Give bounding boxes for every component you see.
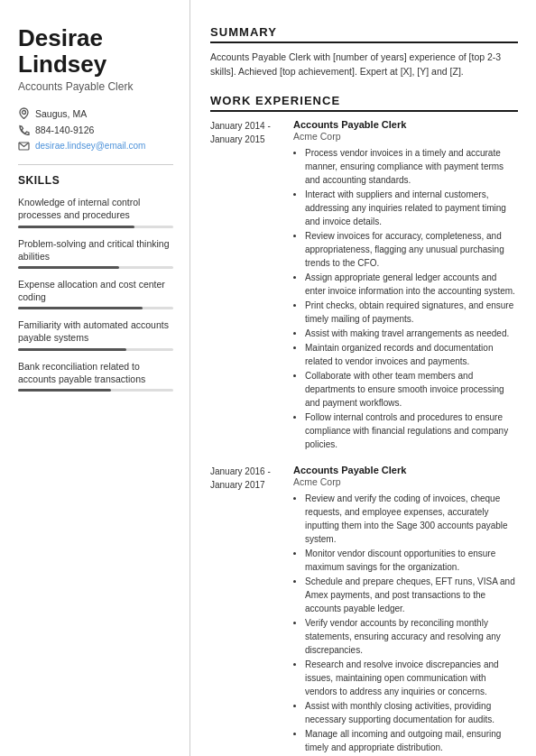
bullet-2-7: Manage all incoming and outgoing mail, e… xyxy=(305,727,518,754)
skill-text-1: Knowledge of internal control processes … xyxy=(18,196,173,221)
skill-item-5: Bank reconciliation related to accounts … xyxy=(18,360,173,392)
skill-text-5: Bank reconciliation related to accounts … xyxy=(18,360,173,385)
work-details-1: Accounts Payable Clerk Acme Corp Process… xyxy=(293,119,518,452)
work-company-2: Acme Corp xyxy=(293,476,518,487)
bullet-2-6: Assist with monthly closing activities, … xyxy=(305,699,518,726)
bullet-1-1: Process vendor invoices in a timely and … xyxy=(305,146,518,187)
skills-section-title: SKILLS xyxy=(18,174,173,187)
bullet-1-8: Collaborate with other team members and … xyxy=(305,369,518,410)
skill-bar-bg-3 xyxy=(18,307,173,309)
skill-item-3: Expense allocation and cost center codin… xyxy=(18,278,173,309)
skill-bar-fill-1 xyxy=(18,226,134,228)
bullet-2-2: Monitor vendor discount opportunities to… xyxy=(305,547,518,574)
divider-skills xyxy=(18,164,173,165)
location-text: Saugus, MA xyxy=(35,108,87,119)
work-entry-2: January 2016 - January 2017 Accounts Pay… xyxy=(210,465,518,757)
skill-bar-fill-4 xyxy=(18,348,126,351)
work-bullets-2: Review and verify the coding of invoices… xyxy=(293,492,518,757)
phone-text: 884-140-9126 xyxy=(35,124,94,135)
bullet-1-6: Assist with making travel arrangements a… xyxy=(305,327,518,340)
candidate-title: Accounts Payable Clerk xyxy=(18,80,173,93)
bullet-1-7: Maintain organized records and documenta… xyxy=(305,341,518,368)
bullet-2-5: Research and resolve invoice discrepanci… xyxy=(305,658,518,698)
work-date-2: January 2016 - January 2017 xyxy=(210,465,282,757)
work-entry-1: January 2014 - January 2015 Accounts Pay… xyxy=(210,119,518,452)
bullet-2-1: Review and verify the coding of invoices… xyxy=(305,492,518,546)
contact-email: desirae.lindsey@email.com xyxy=(18,140,173,152)
skill-bar-fill-3 xyxy=(18,307,143,309)
location-icon xyxy=(18,107,30,119)
summary-text: Accounts Payable Clerk with [number of y… xyxy=(210,51,518,79)
bullet-1-3: Review invoices for accuracy, completene… xyxy=(305,229,518,270)
bullet-1-2: Interact with suppliers and internal cus… xyxy=(305,188,518,228)
skill-text-4: Familiarity with automated accounts paya… xyxy=(18,318,173,344)
summary-section-title: SUMMARY xyxy=(210,25,518,43)
work-company-1: Acme Corp xyxy=(293,131,518,142)
skill-bar-fill-2 xyxy=(18,266,119,269)
bullet-1-9: Follow internal controls and procedures … xyxy=(305,410,518,451)
skill-text-3: Expense allocation and cost center codin… xyxy=(18,278,173,303)
skill-text-2: Problem-solving and critical thinking ab… xyxy=(18,237,173,263)
skill-bar-bg-5 xyxy=(18,389,173,392)
skill-item-4: Familiarity with automated accounts paya… xyxy=(18,318,173,350)
skill-bar-bg-2 xyxy=(18,266,173,269)
skill-bar-bg-1 xyxy=(18,226,173,228)
bullet-1-5: Print checks, obtain required signatures… xyxy=(305,299,518,326)
work-details-2: Accounts Payable Clerk Acme Corp Review … xyxy=(293,465,518,757)
bullet-2-3: Schedule and prepare cheques, EFT runs, … xyxy=(305,575,518,615)
phone-icon xyxy=(18,124,30,135)
work-job-title-2: Accounts Payable Clerk xyxy=(293,465,518,475)
left-column: Desirae Lindsey Accounts Payable Clerk S… xyxy=(0,0,189,756)
bullet-2-4: Verify vendor accounts by reconciling mo… xyxy=(305,616,518,657)
candidate-name: Desirae Lindsey xyxy=(18,25,173,77)
email-link[interactable]: desirae.lindsey@email.com xyxy=(35,141,145,151)
work-experience-section-title: WORK EXPERIENCE xyxy=(210,94,518,112)
skill-bar-fill-5 xyxy=(18,389,111,392)
skill-item-2: Problem-solving and critical thinking ab… xyxy=(18,237,173,269)
bullet-1-4: Assign appropriate general ledger accoun… xyxy=(305,271,518,298)
work-date-1: January 2014 - January 2015 xyxy=(210,119,282,452)
skill-bar-bg-4 xyxy=(18,348,173,351)
work-job-title-1: Accounts Payable Clerk xyxy=(293,119,518,130)
svg-point-0 xyxy=(23,111,26,115)
work-bullets-1: Process vendor invoices in a timely and … xyxy=(293,146,518,451)
skill-item-1: Knowledge of internal control processes … xyxy=(18,196,173,227)
right-column: SUMMARY Accounts Payable Clerk with [num… xyxy=(189,0,536,756)
contact-phone: 884-140-9126 xyxy=(18,124,173,135)
contact-location: Saugus, MA xyxy=(18,107,173,119)
email-icon xyxy=(18,140,30,152)
